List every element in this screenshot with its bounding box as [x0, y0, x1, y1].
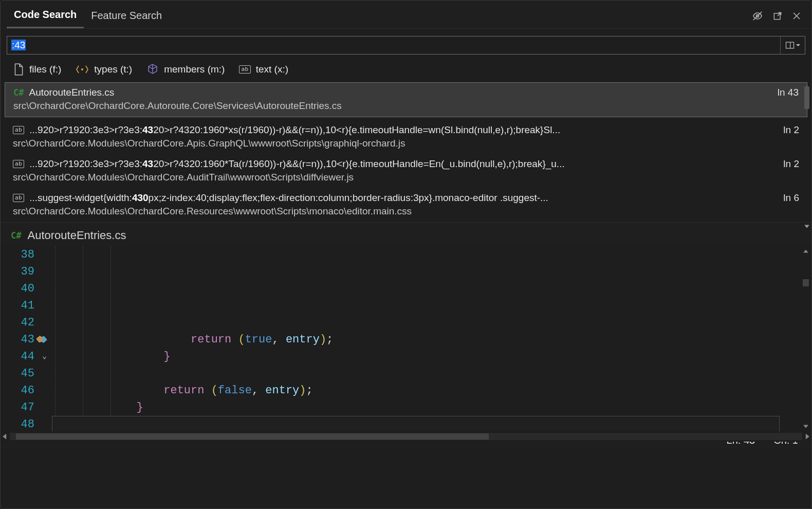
filter-text-label: text (x:): [256, 64, 288, 75]
result-item[interactable]: C#AutorouteEntries.csln 43src\OrchardCor…: [5, 82, 807, 117]
filter-members[interactable]: members (m:): [146, 63, 225, 76]
filter-text[interactable]: ab text (x:): [239, 63, 288, 76]
filter-types-label: types (t:): [94, 64, 132, 75]
code-line: [52, 365, 800, 382]
preview-filename: AutorouteEntries.cs: [27, 229, 126, 242]
code-line: return (true, entry);: [52, 331, 800, 348]
result-title: ...suggest-widget{width:430px;z-index:40…: [29, 192, 774, 204]
csharp-icon: C#: [11, 230, 21, 241]
filter-files[interactable]: files (f:): [13, 63, 61, 76]
tab-feature-search[interactable]: Feature Search: [84, 5, 169, 28]
result-line-number: ln 6: [779, 192, 799, 204]
editor-vertical-scrollbar[interactable]: [800, 246, 811, 431]
text-icon: ab: [13, 194, 24, 202]
view-mode-toggle[interactable]: [780, 37, 805, 54]
code-line: }: [52, 399, 800, 416]
filter-files-label: files (f:): [29, 64, 61, 75]
result-item[interactable]: ab...920>r?1920:3e3>r?3e3:4320>r?4320:19…: [1, 154, 811, 188]
result-item[interactable]: ab...920>r?1920:3e3>r?3e3:4320>r?4320:19…: [1, 120, 811, 154]
code-preview: 38394041424344⌄45464748 return (true, en…: [1, 246, 811, 431]
code-area[interactable]: return (true, entry); } return (false, e…: [52, 246, 800, 431]
csharp-icon: C#: [13, 87, 24, 98]
search-tabs: Code Search Feature Search: [1, 1, 811, 29]
result-path: src\OrchardCore.Modules\OrchardCore.Apis…: [13, 138, 799, 149]
code-line: }: [52, 348, 800, 365]
line-gutter: 38394041424344⌄45464748: [1, 246, 52, 431]
results-list: C#AutorouteEntries.csln 43src\OrchardCor…: [1, 82, 811, 222]
result-path: src\OrchardCore.Modules\OrchardCore.Reso…: [13, 206, 799, 217]
code-line: [52, 416, 780, 431]
svg-point-7: [81, 68, 83, 70]
filter-members-label: members (m:): [164, 64, 225, 75]
results-scrollbar[interactable]: [802, 82, 811, 231]
filter-types[interactable]: types (t:): [76, 63, 132, 76]
eye-off-icon[interactable]: [752, 10, 763, 22]
search-input[interactable]: [7, 37, 780, 54]
text-icon: ab: [13, 160, 24, 168]
result-line-number: ln 2: [779, 158, 799, 170]
result-title: ...920>r?1920:3e3>r?3e3:4320>r?4320:1960…: [29, 158, 774, 170]
editor-horizontal-scrollbar[interactable]: [1, 431, 811, 442]
result-title: ...920>r?1920:3e3>r?3e3:4320>r?4320:1960…: [29, 124, 774, 136]
preview-header: C# AutorouteEntries.cs: [1, 222, 811, 246]
text-icon: ab: [239, 65, 250, 74]
code-line: return (false, entry);: [52, 382, 800, 399]
close-icon[interactable]: [792, 11, 801, 21]
fold-icon[interactable]: ⌄: [42, 348, 47, 365]
result-title: AutorouteEntries.cs: [29, 87, 768, 98]
tab-code-search[interactable]: Code Search: [7, 4, 84, 28]
open-external-icon[interactable]: [772, 11, 783, 21]
result-line-number: ln 2: [779, 124, 799, 136]
search-value-highlight: :43: [11, 40, 26, 50]
result-path: src\OrchardCore\OrchardCore.Autoroute.Co…: [13, 100, 799, 112]
result-line-number: ln 43: [773, 87, 799, 98]
result-path: src\OrchardCore.Modules\OrchardCore.Audi…: [13, 172, 799, 183]
text-icon: ab: [13, 126, 24, 134]
search-row: :43: [7, 36, 805, 54]
filter-row: files (f:) types (t:) members (m:) ab te…: [1, 54, 811, 82]
result-item[interactable]: ab...suggest-widget{width:430px;z-index:…: [1, 188, 811, 222]
svg-rect-5: [786, 42, 793, 48]
